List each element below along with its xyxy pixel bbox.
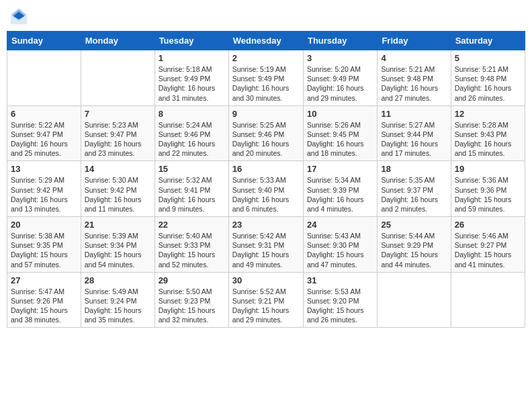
cell-data: Sunrise: 5:53 AM Sunset: 9:20 PM Dayligh… xyxy=(307,287,373,325)
cell-data: Sunrise: 5:39 AM Sunset: 9:34 PM Dayligh… xyxy=(85,231,151,269)
cell-data: Sunrise: 5:29 AM Sunset: 9:42 PM Dayligh… xyxy=(11,175,77,214)
cell-data: Sunrise: 5:49 AM Sunset: 9:24 PM Dayligh… xyxy=(85,287,151,325)
cell-data: Sunrise: 5:36 AM Sunset: 9:36 PM Dayligh… xyxy=(455,175,521,214)
cell-data: Sunrise: 5:26 AM Sunset: 9:45 PM Dayligh… xyxy=(307,120,373,158)
day-of-week-header: Monday xyxy=(81,32,154,50)
calendar-cell xyxy=(378,272,451,328)
page-header xyxy=(7,7,525,26)
calendar-header-row: SundayMondayTuesdayWednesdayThursdayFrid… xyxy=(7,32,525,50)
calendar-cell: 15Sunrise: 5:32 AM Sunset: 9:41 PM Dayli… xyxy=(154,161,228,217)
calendar-cell: 3Sunrise: 5:20 AM Sunset: 9:49 PM Daylig… xyxy=(303,50,377,106)
calendar-cell: 17Sunrise: 5:34 AM Sunset: 9:39 PM Dayli… xyxy=(303,161,377,217)
cell-data: Sunrise: 5:24 AM Sunset: 9:46 PM Dayligh… xyxy=(159,120,225,158)
calendar-cell: 7Sunrise: 5:23 AM Sunset: 9:47 PM Daylig… xyxy=(81,105,154,161)
day-number: 18 xyxy=(381,164,447,174)
calendar-cell: 29Sunrise: 5:50 AM Sunset: 9:23 PM Dayli… xyxy=(154,272,228,328)
calendar-cell: 31Sunrise: 5:53 AM Sunset: 9:20 PM Dayli… xyxy=(303,272,377,328)
cell-data: Sunrise: 5:20 AM Sunset: 9:49 PM Dayligh… xyxy=(307,64,373,103)
day-number: 3 xyxy=(307,53,373,63)
day-number: 24 xyxy=(307,220,373,230)
day-number: 6 xyxy=(11,109,77,119)
calendar-cell: 8Sunrise: 5:24 AM Sunset: 9:46 PM Daylig… xyxy=(154,105,228,161)
calendar-cell: 25Sunrise: 5:44 AM Sunset: 9:29 PM Dayli… xyxy=(378,217,451,273)
day-number: 4 xyxy=(381,53,447,63)
day-number: 8 xyxy=(159,109,225,119)
calendar-cell: 14Sunrise: 5:30 AM Sunset: 9:42 PM Dayli… xyxy=(81,161,154,217)
day-number: 9 xyxy=(232,109,300,119)
day-number: 2 xyxy=(232,53,300,63)
calendar-cell: 22Sunrise: 5:40 AM Sunset: 9:33 PM Dayli… xyxy=(154,217,228,273)
calendar-cell: 26Sunrise: 5:46 AM Sunset: 9:27 PM Dayli… xyxy=(451,217,525,273)
calendar-cell xyxy=(7,50,81,106)
day-of-week-header: Saturday xyxy=(451,32,525,50)
calendar-cell: 21Sunrise: 5:39 AM Sunset: 9:34 PM Dayli… xyxy=(81,217,154,273)
day-number: 7 xyxy=(85,109,151,119)
day-number: 27 xyxy=(11,275,77,285)
day-of-week-header: Thursday xyxy=(303,32,377,50)
cell-data: Sunrise: 5:47 AM Sunset: 9:26 PM Dayligh… xyxy=(11,287,77,325)
day-number: 29 xyxy=(159,275,225,285)
calendar-week-row: 27Sunrise: 5:47 AM Sunset: 9:26 PM Dayli… xyxy=(7,272,525,328)
cell-data: Sunrise: 5:32 AM Sunset: 9:41 PM Dayligh… xyxy=(159,175,225,214)
calendar-cell: 11Sunrise: 5:27 AM Sunset: 9:44 PM Dayli… xyxy=(378,105,451,161)
calendar-cell xyxy=(451,272,525,328)
calendar-cell: 2Sunrise: 5:19 AM Sunset: 9:49 PM Daylig… xyxy=(228,50,303,106)
calendar-cell: 24Sunrise: 5:43 AM Sunset: 9:30 PM Dayli… xyxy=(303,217,377,273)
calendar-week-row: 13Sunrise: 5:29 AM Sunset: 9:42 PM Dayli… xyxy=(7,161,525,217)
day-number: 25 xyxy=(381,220,447,230)
day-of-week-header: Tuesday xyxy=(154,32,228,50)
cell-data: Sunrise: 5:21 AM Sunset: 9:48 PM Dayligh… xyxy=(381,64,447,103)
day-number: 22 xyxy=(159,220,225,230)
day-number: 5 xyxy=(455,53,521,63)
cell-data: Sunrise: 5:52 AM Sunset: 9:21 PM Dayligh… xyxy=(232,287,300,325)
calendar-week-row: 6Sunrise: 5:22 AM Sunset: 9:47 PM Daylig… xyxy=(7,105,525,161)
calendar-cell: 13Sunrise: 5:29 AM Sunset: 9:42 PM Dayli… xyxy=(7,161,81,217)
day-number: 21 xyxy=(85,220,151,230)
calendar-cell: 18Sunrise: 5:35 AM Sunset: 9:37 PM Dayli… xyxy=(378,161,451,217)
cell-data: Sunrise: 5:28 AM Sunset: 9:43 PM Dayligh… xyxy=(455,120,521,158)
day-number: 20 xyxy=(11,220,77,230)
day-of-week-header: Friday xyxy=(378,32,451,50)
calendar-cell: 30Sunrise: 5:52 AM Sunset: 9:21 PM Dayli… xyxy=(228,272,303,328)
cell-data: Sunrise: 5:42 AM Sunset: 9:31 PM Dayligh… xyxy=(232,231,300,269)
cell-data: Sunrise: 5:44 AM Sunset: 9:29 PM Dayligh… xyxy=(381,231,447,269)
calendar-cell: 1Sunrise: 5:18 AM Sunset: 9:49 PM Daylig… xyxy=(154,50,228,106)
cell-data: Sunrise: 5:19 AM Sunset: 9:49 PM Dayligh… xyxy=(232,64,300,103)
cell-data: Sunrise: 5:22 AM Sunset: 9:47 PM Dayligh… xyxy=(11,120,77,158)
calendar-week-row: 1Sunrise: 5:18 AM Sunset: 9:49 PM Daylig… xyxy=(7,50,525,106)
cell-data: Sunrise: 5:34 AM Sunset: 9:39 PM Dayligh… xyxy=(307,175,373,214)
logo xyxy=(9,7,30,26)
cell-data: Sunrise: 5:33 AM Sunset: 9:40 PM Dayligh… xyxy=(232,175,300,214)
calendar-cell: 27Sunrise: 5:47 AM Sunset: 9:26 PM Dayli… xyxy=(7,272,81,328)
day-number: 14 xyxy=(85,164,151,174)
cell-data: Sunrise: 5:18 AM Sunset: 9:49 PM Dayligh… xyxy=(159,64,225,103)
day-number: 15 xyxy=(159,164,225,174)
day-number: 1 xyxy=(159,53,225,63)
day-number: 31 xyxy=(307,275,373,285)
calendar-cell: 4Sunrise: 5:21 AM Sunset: 9:48 PM Daylig… xyxy=(378,50,451,106)
day-number: 11 xyxy=(381,109,447,119)
day-number: 13 xyxy=(11,164,77,174)
calendar-cell: 9Sunrise: 5:25 AM Sunset: 9:46 PM Daylig… xyxy=(228,105,303,161)
cell-data: Sunrise: 5:23 AM Sunset: 9:47 PM Dayligh… xyxy=(85,120,151,158)
cell-data: Sunrise: 5:27 AM Sunset: 9:44 PM Dayligh… xyxy=(381,120,447,158)
cell-data: Sunrise: 5:38 AM Sunset: 9:35 PM Dayligh… xyxy=(11,231,77,269)
logo-icon xyxy=(9,7,28,26)
cell-data: Sunrise: 5:35 AM Sunset: 9:37 PM Dayligh… xyxy=(381,175,447,214)
calendar-cell: 28Sunrise: 5:49 AM Sunset: 9:24 PM Dayli… xyxy=(81,272,154,328)
day-number: 12 xyxy=(455,109,521,119)
calendar-cell: 16Sunrise: 5:33 AM Sunset: 9:40 PM Dayli… xyxy=(228,161,303,217)
day-number: 17 xyxy=(307,164,373,174)
day-number: 30 xyxy=(232,275,300,285)
calendar-cell: 12Sunrise: 5:28 AM Sunset: 9:43 PM Dayli… xyxy=(451,105,525,161)
day-number: 26 xyxy=(455,220,521,230)
cell-data: Sunrise: 5:43 AM Sunset: 9:30 PM Dayligh… xyxy=(307,231,373,269)
day-number: 23 xyxy=(232,220,300,230)
calendar-cell: 20Sunrise: 5:38 AM Sunset: 9:35 PM Dayli… xyxy=(7,217,81,273)
cell-data: Sunrise: 5:21 AM Sunset: 9:48 PM Dayligh… xyxy=(455,64,521,103)
calendar-cell: 23Sunrise: 5:42 AM Sunset: 9:31 PM Dayli… xyxy=(228,217,303,273)
calendar-cell xyxy=(81,50,154,106)
day-number: 19 xyxy=(455,164,521,174)
cell-data: Sunrise: 5:50 AM Sunset: 9:23 PM Dayligh… xyxy=(159,287,225,325)
day-of-week-header: Sunday xyxy=(7,32,81,50)
